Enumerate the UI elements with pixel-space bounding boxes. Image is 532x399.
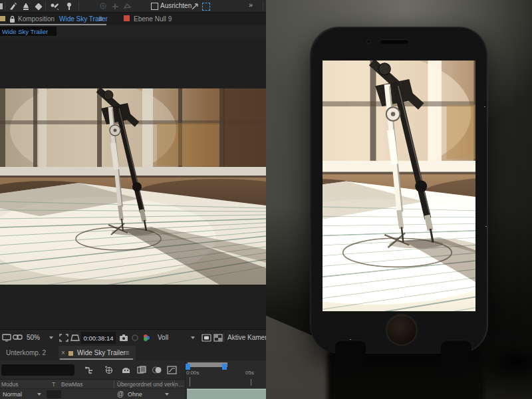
roto-brush-icon[interactable]	[50, 1, 59, 11]
panel-menu-icon[interactable]: ≡	[125, 348, 129, 356]
active-tab-underline	[60, 358, 133, 360]
comp-color-swatch	[68, 351, 73, 356]
snapshot-camera-icon[interactable]	[118, 333, 128, 342]
show-snapshot-icon[interactable]	[130, 333, 140, 342]
breadcrumb[interactable]: Wide Sky Trailer	[0, 27, 57, 36]
composition-viewer[interactable]	[0, 38, 266, 329]
graph-editor-icon[interactable]	[166, 364, 177, 375]
panel-type-label: Komposition	[18, 15, 55, 23]
tab-subcomp[interactable]: Unterkomp. 2	[6, 349, 46, 356]
transparency-grid-icon[interactable]	[213, 333, 223, 342]
timeline-ruler[interactable]: 0:00s 05s	[185, 360, 267, 388]
navigator-handle-right[interactable]	[222, 364, 227, 370]
align-label: Ausrichten	[160, 2, 192, 9]
pickwhip-icon[interactable]: @	[117, 390, 124, 398]
blend-mode-select[interactable]: Normal	[3, 391, 22, 398]
blend-mode-chevron-icon[interactable]	[37, 393, 41, 396]
camera-pan-icon[interactable]	[110, 1, 120, 11]
ruler-tick	[251, 379, 251, 386]
toolbar-divider	[45, 1, 46, 10]
motion-blur-icon[interactable]	[152, 364, 162, 375]
overflow-chevron-icon[interactable]: »	[249, 1, 252, 9]
parent-select[interactable]: Ohne	[128, 391, 142, 398]
resolution-chevron-icon[interactable]	[191, 336, 195, 339]
clone-stamp-icon[interactable]	[21, 1, 30, 11]
timecode-box[interactable]: 0:00:38:14	[81, 332, 116, 344]
stand-clip-left	[335, 340, 366, 372]
timeline-column-headers: Modus T BewMas Übergeordnet und verkn…	[0, 379, 185, 389]
column-bewmas[interactable]: BewMas	[61, 381, 83, 388]
video-frame	[0, 88, 266, 285]
puppet-pin-icon[interactable]	[65, 1, 74, 11]
frame-blending-icon[interactable]	[136, 364, 147, 375]
marquee-dashed-icon[interactable]	[202, 3, 210, 11]
region-of-interest-icon[interactable]	[201, 333, 211, 342]
phone-earpiece	[380, 39, 408, 44]
flowchart-icon[interactable]	[84, 364, 94, 375]
layer-duration-bar[interactable]	[187, 388, 266, 399]
tab-close-icon[interactable]: ×	[61, 349, 65, 356]
timeline-controls	[0, 360, 185, 379]
screenshot-root: Ausrichten » Komposition Wide Sky Traile…	[0, 0, 532, 399]
partial-tool-icon[interactable]	[0, 1, 4, 11]
lock-icon[interactable]	[7, 15, 17, 24]
phone-screen	[323, 61, 475, 311]
phone-front-camera	[367, 40, 370, 43]
align-checkbox[interactable]	[151, 3, 158, 10]
tab-layer-name[interactable]: Ebene Null 9	[134, 15, 172, 23]
brush-icon[interactable]	[8, 1, 17, 11]
draft-3d-icon[interactable]	[103, 364, 114, 375]
zoom-chevron-icon[interactable]	[49, 336, 53, 339]
phone-video-still	[323, 61, 475, 311]
tab-active-comp[interactable]: × Wide Sky Trailer ≡	[59, 346, 136, 360]
stand-clip-right	[441, 340, 471, 372]
breadcrumb-current: Wide Sky Trailer	[2, 28, 48, 35]
toolbar-divider	[78, 1, 79, 10]
shy-layers-icon[interactable]	[120, 364, 131, 375]
camera-orbit-icon[interactable]	[98, 1, 108, 11]
panel-menu-icon[interactable]: ≡	[98, 15, 102, 23]
ruler-tick	[190, 377, 190, 386]
comp-color-swatch	[0, 16, 5, 21]
panel-edge-divider	[263, 1, 263, 10]
navigator-handle-left[interactable]	[186, 364, 190, 370]
tab-active-label: Wide Sky Trailer	[77, 349, 126, 356]
camera-dolly-icon[interactable]	[122, 1, 132, 11]
view-camera-label[interactable]: Aktive Kamera	[227, 334, 271, 341]
layer-color-swatch	[124, 15, 130, 21]
search-input[interactable]	[1, 364, 74, 376]
eraser-icon[interactable]	[33, 1, 43, 11]
navigator-track[interactable]	[188, 362, 227, 367]
toolbar-divider	[5, 1, 5, 10]
column-t[interactable]: T	[52, 381, 55, 388]
compass-video-still	[0, 88, 266, 285]
phone-home-button	[387, 315, 416, 344]
tools-toolbar: Ausrichten »	[0, 0, 266, 13]
layer-row: Normal @ Ohne	[0, 388, 185, 399]
composition-tab-bar: Komposition Wide Sky Trailer ≡ Ebene Nul…	[0, 13, 266, 25]
resolution-value[interactable]: Voll	[158, 334, 168, 341]
column-mode[interactable]: Modus	[1, 381, 19, 388]
mask-visibility-icon[interactable]	[70, 333, 80, 342]
timeline-panel: Unterkomp. 2 × Wide Sky Trailer ≡	[0, 346, 266, 399]
breadcrumb-row: Wide Sky Trailer	[0, 25, 266, 39]
timecode-value: 0:00:38:14	[84, 334, 114, 342]
ruler-end-label: 05s	[245, 370, 254, 376]
zoom-value[interactable]: 50%	[27, 334, 40, 341]
after-effects-panel: Ausrichten » Komposition Wide Sky Traile…	[0, 0, 266, 399]
monitor-icon[interactable]	[1, 333, 11, 342]
timeline-tab-bar: Unterkomp. 2 × Wide Sky Trailer ≡	[0, 346, 266, 360]
viewer-toolbar: 50% 0:00:38:14 Voll Aktive Kamera	[0, 329, 266, 346]
channels-rgb-icon[interactable]	[142, 333, 152, 342]
selection-arrow-icon[interactable]	[190, 1, 200, 11]
toolbar-divider	[223, 333, 224, 342]
shared-view-icon[interactable]	[13, 333, 23, 342]
phone-photo	[266, 0, 532, 399]
track-matte-cell[interactable]	[47, 390, 61, 398]
grid-options-icon[interactable]	[59, 333, 68, 342]
parent-chevron-icon[interactable]	[165, 393, 169, 396]
ruler-start-label: 0:00s	[186, 370, 200, 376]
